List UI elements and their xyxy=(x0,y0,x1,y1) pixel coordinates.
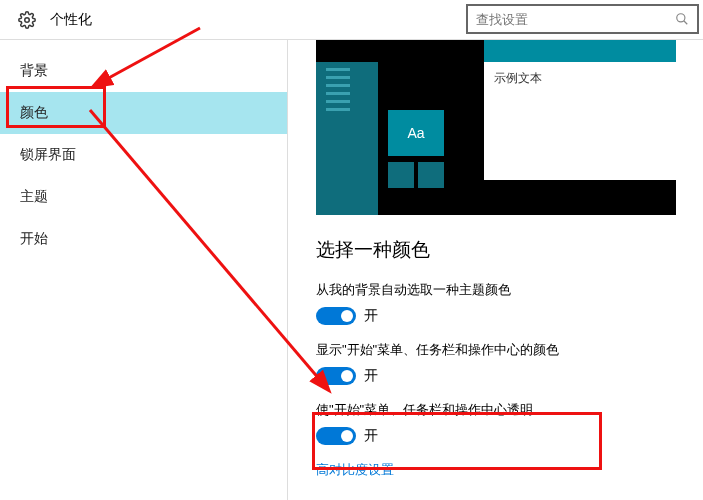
sidebar-item-label: 背景 xyxy=(20,62,48,80)
gear-icon xyxy=(18,11,36,29)
section-title: 选择一种颜色 xyxy=(316,237,693,263)
preview-tile-text: Aa xyxy=(407,125,424,141)
preview-window: 示例文本 xyxy=(484,40,676,180)
search-box[interactable] xyxy=(466,4,699,34)
search-input[interactable] xyxy=(476,12,675,27)
setting-label: 显示"开始"菜单、任务栏和操作中心的颜色 xyxy=(316,341,693,359)
sidebar-item-label: 开始 xyxy=(20,230,48,248)
setting-show-color: 显示"开始"菜单、任务栏和操作中心的颜色 开 xyxy=(316,341,693,385)
sidebar-item-label: 锁屏界面 xyxy=(20,146,76,164)
preview-tile: Aa xyxy=(388,110,444,156)
svg-line-2 xyxy=(684,21,688,25)
sidebar-item-color[interactable]: 颜色 xyxy=(0,92,287,134)
setting-transparent: 使"开始"菜单、任务栏和操作中心透明 开 xyxy=(316,401,693,445)
preview: Aa 示例文本 xyxy=(316,40,676,215)
preview-small-tile xyxy=(388,162,414,188)
search-icon xyxy=(675,12,689,26)
setting-label: 使"开始"菜单、任务栏和操作中心透明 xyxy=(316,401,693,419)
preview-start-menu xyxy=(316,62,378,215)
content: Aa 示例文本 选择一种颜色 从我的背景自动选取一种主题颜色 开 显示"开始"菜… xyxy=(288,40,703,500)
svg-point-1 xyxy=(677,14,685,22)
preview-small-tile xyxy=(418,162,444,188)
high-contrast-link[interactable]: 高对比度设置 xyxy=(316,461,693,479)
setting-label: 从我的背景自动选取一种主题颜色 xyxy=(316,281,693,299)
sidebar-item-label: 主题 xyxy=(20,188,48,206)
toggle-state: 开 xyxy=(364,427,378,445)
sidebar-item-start[interactable]: 开始 xyxy=(0,218,287,260)
toggle-transparent[interactable] xyxy=(316,427,356,445)
sidebar-item-theme[interactable]: 主题 xyxy=(0,176,287,218)
toggle-state: 开 xyxy=(364,367,378,385)
svg-point-0 xyxy=(25,17,30,22)
page-title: 个性化 xyxy=(50,11,92,29)
sidebar-item-lockscreen[interactable]: 锁屏界面 xyxy=(0,134,287,176)
sidebar: 背景 颜色 锁屏界面 主题 开始 xyxy=(0,40,288,500)
sidebar-item-background[interactable]: 背景 xyxy=(0,50,287,92)
setting-auto-color: 从我的背景自动选取一种主题颜色 开 xyxy=(316,281,693,325)
toggle-show-color[interactable] xyxy=(316,367,356,385)
toggle-auto-color[interactable] xyxy=(316,307,356,325)
preview-sample-text: 示例文本 xyxy=(494,71,542,85)
sidebar-item-label: 颜色 xyxy=(20,104,48,122)
toggle-state: 开 xyxy=(364,307,378,325)
